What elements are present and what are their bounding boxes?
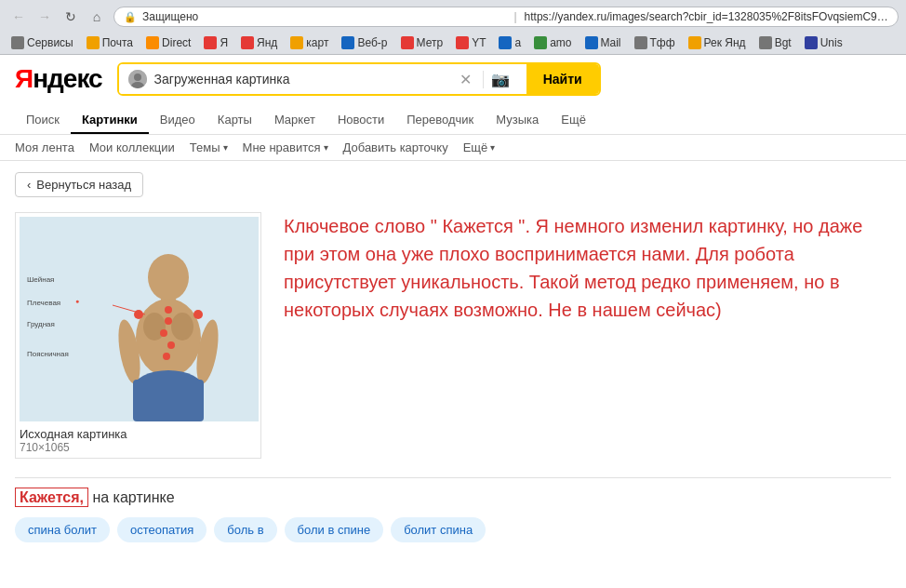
chevron-down-icon: ▾ — [223, 142, 228, 153]
tab-karty[interactable]: Карты — [207, 107, 263, 134]
subnav-eshche[interactable]: Ещё ▾ — [463, 140, 496, 154]
keyword-rest: на картинке — [92, 489, 174, 505]
bookmark-ya[interactable]: Я — [200, 35, 232, 50]
bookmark-yt[interactable]: YT — [452, 35, 489, 50]
bookmark-favicon — [146, 36, 159, 49]
yandex-top-bar: Яндекс Загруженная картинка ✕ 📷 Найти — [15, 62, 891, 103]
bookmark-label: Я — [220, 36, 228, 49]
source-image[interactable]: Соотношения частоты нагрузкина тело орга… — [20, 217, 259, 421]
camera-icon[interactable]: 📷 — [483, 71, 517, 88]
yandex-logo[interactable]: Яндекс — [15, 66, 102, 92]
subnav-dobavit-kartochku[interactable]: Добавить карточку — [343, 140, 448, 154]
svg-rect-23 — [133, 380, 204, 421]
forward-button[interactable]: → — [33, 6, 56, 28]
tab-market[interactable]: Маркет — [263, 107, 326, 134]
bookmark-rek[interactable]: Рек Янд — [685, 35, 750, 50]
tab-eshche[interactable]: Ещё — [550, 107, 597, 134]
sub-nav: Моя лента Мои коллекции Темы ▾ Мне нрави… — [0, 135, 906, 161]
browser-chrome: ← → ↻ ⌂ 🔒 Защищено | https://yandex.ru/i… — [0, 0, 906, 55]
bookmark-amo[interactable]: amo — [530, 35, 575, 50]
chevron-down-icon: ▾ — [324, 142, 328, 153]
search-image-thumbnail — [128, 70, 147, 88]
browser-toolbar: ← → ↻ ⌂ 🔒 Защищено | https://yandex.ru/i… — [0, 0, 906, 33]
search-box: Загруженная картинка ✕ 📷 Найти — [117, 62, 601, 96]
tab-novosti[interactable]: Новости — [326, 107, 395, 134]
image-label: Исходная картинка — [20, 427, 257, 441]
search-clear-button[interactable]: ✕ — [456, 71, 475, 88]
bookmark-favicon — [241, 36, 254, 49]
svg-point-19 — [193, 310, 203, 319]
bookmark-a[interactable]: а — [495, 35, 525, 50]
tab-video[interactable]: Видео — [149, 107, 207, 134]
bookmark-favicon — [634, 36, 647, 49]
subnav-temy-label: Темы — [190, 140, 220, 154]
description-text: Ключевое слово " Кажется ". Я немного из… — [284, 212, 891, 324]
back-button[interactable]: ← — [7, 6, 30, 28]
tab-poisk[interactable]: Поиск — [15, 107, 71, 134]
subnav-moi-kollekcii[interactable]: Мои коллекции — [89, 140, 175, 154]
address-bar[interactable]: 🔒 Защищено | https://yandex.ru/images/se… — [113, 7, 899, 27]
main-content: ‹ Вернуться назад Соотношения частоты на… — [0, 161, 906, 554]
svg-point-17 — [163, 353, 170, 360]
bookmark-label: Direct — [162, 36, 191, 49]
svg-point-8 — [148, 254, 189, 301]
back-arrow-icon: ‹ — [27, 178, 31, 192]
bookmark-direct[interactable]: Direct — [142, 35, 194, 50]
search-input-area[interactable]: Загруженная картинка ✕ 📷 — [119, 64, 526, 94]
bookmark-label: Метр — [417, 36, 444, 49]
tag-boli-v-spine[interactable]: боли в спине — [285, 517, 384, 542]
bookmark-label: Bgt — [775, 36, 792, 49]
bookmark-favicon — [401, 36, 414, 49]
tags-row: спина болит остеопатия боль в боли в спи… — [15, 517, 891, 542]
image-size: 710×1065 — [20, 441, 257, 454]
keyword-highlight: Кажется, — [15, 488, 88, 507]
bookmark-label: а — [514, 36, 521, 49]
tag-osteopatiya[interactable]: остеопатия — [117, 517, 207, 542]
bookmark-unis[interactable]: Unis — [801, 35, 846, 50]
bookmark-tff[interactable]: Тфф — [631, 35, 679, 50]
bookmark-favicon — [688, 36, 701, 49]
tab-perevodchik[interactable]: Переводчик — [395, 107, 485, 134]
bookmark-mail[interactable]: Mail — [581, 35, 625, 50]
protected-label: Защищено — [142, 10, 506, 23]
svg-text:Поясничная: Поясничная — [27, 350, 69, 358]
bookmark-yand[interactable]: Янд — [237, 35, 281, 50]
tab-kartinki[interactable]: Картинки — [71, 107, 149, 134]
subnav-eshche-label: Ещё — [463, 140, 488, 154]
bookmark-bgt[interactable]: Bgt — [755, 35, 795, 50]
bookmark-metr[interactable]: Метр — [397, 35, 447, 50]
bookmark-favicon — [87, 36, 100, 49]
home-button[interactable]: ⌂ — [86, 6, 108, 28]
search-value: Загруженная картинка — [154, 72, 448, 87]
refresh-button[interactable]: ↻ — [60, 6, 82, 28]
bookmark-label: Веб-р — [357, 36, 387, 49]
bottom-section: Кажется, на картинке спина болит остеопа… — [15, 477, 891, 542]
bookmark-servisy[interactable]: Сервисы — [7, 35, 77, 50]
tag-bol-v[interactable]: боль в — [214, 517, 276, 542]
bookmark-favicon — [534, 36, 547, 49]
subnav-mne-nravitsya[interactable]: Мне нравится ▾ — [243, 140, 328, 154]
url-text: https://yandex.ru/images/search?cbir_id=… — [525, 10, 888, 23]
bookmark-pochta[interactable]: Почта — [83, 35, 137, 50]
bookmark-favicon — [456, 36, 469, 49]
tab-muzyka[interactable]: Музыка — [485, 107, 550, 134]
subnav-temy[interactable]: Темы ▾ — [190, 140, 228, 154]
browser-bookmarks: Сервисы Почта Direct Я Янд карт Веб-р М — [0, 33, 906, 54]
bookmark-favicon — [499, 36, 512, 49]
search-submit-button[interactable]: Найти — [526, 64, 599, 94]
bookmark-favicon — [11, 36, 24, 49]
subnav-moya-lenta[interactable]: Моя лента — [15, 140, 74, 154]
bookmark-label: Тфф — [650, 36, 675, 49]
bookmark-label: Почта — [102, 36, 133, 49]
bookmark-kart[interactable]: карт — [286, 35, 332, 50]
svg-text:Шейная: Шейная — [27, 275, 54, 284]
svg-point-13 — [165, 306, 172, 314]
subnav-mne-nravitsya-label: Мне нравится — [243, 140, 321, 154]
bookmark-vebr[interactable]: Веб-р — [338, 35, 391, 50]
lock-icon: 🔒 — [124, 11, 137, 23]
tag-bolit-spina[interactable]: болит спина — [391, 517, 486, 542]
back-to-results-button[interactable]: ‹ Вернуться назад — [15, 172, 143, 197]
bookmark-label: Янд — [257, 36, 277, 49]
bookmark-favicon — [204, 36, 217, 49]
tag-spina-bolit[interactable]: спина болит — [15, 517, 110, 542]
